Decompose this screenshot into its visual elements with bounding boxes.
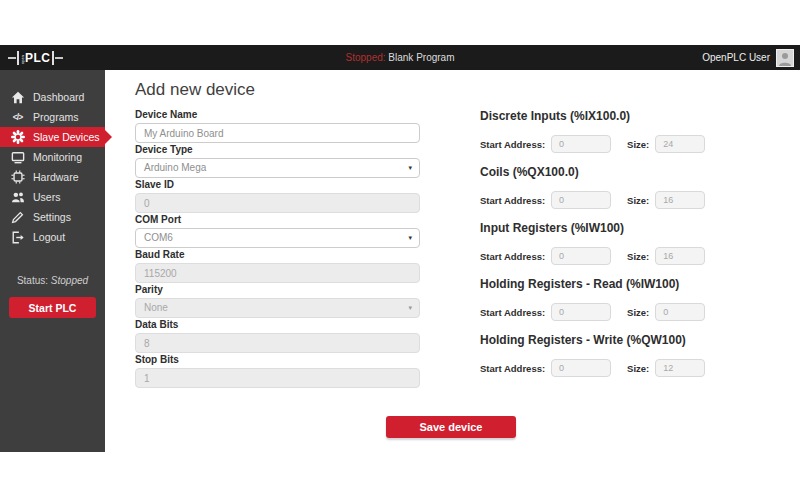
logo-plc-text: PLC xyxy=(25,51,51,65)
io-row: Start Address: Size: xyxy=(480,134,710,154)
field-device-type: Device Type Arduino Mega ▾ xyxy=(135,145,420,178)
io-section-input-registers: Input Registers (%IW100) Start Address: … xyxy=(480,222,710,266)
io-section-title: Holding Registers - Write (%QW100) xyxy=(480,334,710,347)
plc-status-program: Blank Program xyxy=(388,52,454,63)
size-label: Size: xyxy=(627,139,649,150)
coils-start-input xyxy=(551,191,611,209)
gear-icon xyxy=(10,130,25,145)
chip-icon xyxy=(10,170,25,185)
sidebar-item-settings[interactable]: Settings xyxy=(0,207,105,227)
sidebar-item-label: Hardware xyxy=(33,171,79,183)
input-registers-size-input xyxy=(655,247,705,265)
data-bits-input xyxy=(135,333,420,353)
start-address-label: Start Address: xyxy=(480,195,545,206)
discrete-inputs-size-input xyxy=(655,135,705,153)
sidebar-item-programs[interactable]: </> Programs xyxy=(0,107,105,127)
holding-write-size-input xyxy=(655,359,705,377)
user-menu[interactable]: OpenPLC User xyxy=(702,49,794,67)
io-config: Discrete Inputs (%IX100.0) Start Address… xyxy=(480,110,710,390)
user-avatar[interactable] xyxy=(776,49,794,67)
person-icon xyxy=(777,51,793,66)
sidebar-item-monitoring[interactable]: Monitoring xyxy=(0,147,105,167)
stop-bits-label: Stop Bits xyxy=(135,355,420,365)
plc-status-banner: Stopped: Blank Program xyxy=(0,52,800,63)
holding-read-size-input xyxy=(655,303,705,321)
sidebar-nav: Dashboard </> Programs xyxy=(0,70,105,452)
holding-read-start-input xyxy=(551,303,611,321)
page-title: Add new device xyxy=(135,80,255,100)
start-address-label: Start Address: xyxy=(480,307,545,318)
users-icon xyxy=(10,190,25,205)
parity-label: Parity xyxy=(135,285,420,295)
sidebar-item-label: Dashboard xyxy=(33,91,84,103)
device-name-label: Device Name xyxy=(135,110,420,120)
device-form: Device Name Device Type Arduino Mega ▾ S… xyxy=(135,110,420,390)
sidebar-item-hardware[interactable]: Hardware xyxy=(0,167,105,187)
stop-bits-input xyxy=(135,368,420,388)
size-label: Size: xyxy=(627,195,649,206)
io-section-title: Input Registers (%IW100) xyxy=(480,222,710,235)
sidebar-item-label: Monitoring xyxy=(33,151,82,163)
size-label: Size: xyxy=(627,363,649,374)
chevron-down-icon: ▾ xyxy=(408,303,412,313)
io-section-discrete-inputs: Discrete Inputs (%IX100.0) Start Address… xyxy=(480,110,710,154)
io-section-holding-write: Holding Registers - Write (%QW100) Start… xyxy=(480,334,710,378)
holding-write-start-input xyxy=(551,359,611,377)
status-value: Stopped xyxy=(51,275,88,286)
sidebar-item-label: Slave Devices xyxy=(33,131,100,143)
sidebar-item-label: Settings xyxy=(33,211,71,223)
field-baud-rate: Baud Rate xyxy=(135,250,420,283)
start-address-label: Start Address: xyxy=(480,363,545,374)
sidebar-item-logout[interactable]: Logout xyxy=(0,227,105,247)
logout-icon xyxy=(10,230,25,245)
logo-bar-left xyxy=(17,51,19,65)
size-label: Size: xyxy=(627,251,649,262)
pencil-icon xyxy=(10,210,25,225)
field-stop-bits: Stop Bits xyxy=(135,355,420,388)
sidebar-item-label: Users xyxy=(33,191,60,203)
coils-size-input xyxy=(655,191,705,209)
logo-open-text: open xyxy=(20,51,25,64)
field-com-port: COM Port COM6 ▾ xyxy=(135,215,420,248)
io-section-holding-read: Holding Registers - Read (%IW100) Start … xyxy=(480,278,710,322)
start-address-label: Start Address: xyxy=(480,139,545,150)
logo-bar-right xyxy=(52,51,54,65)
parity-value: None xyxy=(144,302,168,313)
device-name-input[interactable] xyxy=(135,123,420,143)
input-registers-start-input xyxy=(551,247,611,265)
slave-id-input xyxy=(135,193,420,213)
com-port-select[interactable]: COM6 ▾ xyxy=(135,228,420,248)
chevron-down-icon: ▾ xyxy=(408,163,412,173)
io-section-title: Coils (%QX100.0) xyxy=(480,166,710,179)
sidebar-item-slave-devices[interactable]: Slave Devices xyxy=(0,127,105,147)
baud-rate-label: Baud Rate xyxy=(135,250,420,260)
logo-dash-left xyxy=(8,57,16,59)
io-row: Start Address: Size: xyxy=(480,302,710,322)
status-label: Status: xyxy=(17,275,48,286)
baud-rate-input xyxy=(135,263,420,283)
io-section-title: Holding Registers - Read (%IW100) xyxy=(480,278,710,291)
sidebar-item-users[interactable]: Users xyxy=(0,187,105,207)
top-bar: open PLC Stopped: Blank Program OpenPLC … xyxy=(0,45,800,70)
start-plc-button[interactable]: Start PLC xyxy=(9,297,96,318)
home-icon xyxy=(10,90,25,105)
com-port-value: COM6 xyxy=(144,232,173,243)
slave-id-label: Slave ID xyxy=(135,180,420,190)
monitor-icon xyxy=(10,150,25,165)
com-port-label: COM Port xyxy=(135,215,420,225)
field-device-name: Device Name xyxy=(135,110,420,143)
sidebar-item-dashboard[interactable]: Dashboard xyxy=(0,87,105,107)
data-bits-label: Data Bits xyxy=(135,320,420,330)
parity-select: None ▾ xyxy=(135,298,420,318)
field-parity: Parity None ▾ xyxy=(135,285,420,318)
code-icon: </> xyxy=(10,110,25,125)
field-slave-id: Slave ID xyxy=(135,180,420,213)
device-type-select[interactable]: Arduino Mega ▾ xyxy=(135,158,420,178)
user-name: OpenPLC User xyxy=(702,52,770,63)
io-section-coils: Coils (%QX100.0) Start Address: Size: xyxy=(480,166,710,210)
sidebar-item-label: Logout xyxy=(33,231,65,243)
sidebar-item-label: Programs xyxy=(33,111,79,123)
save-device-button[interactable]: Save device xyxy=(386,416,516,438)
start-address-label: Start Address: xyxy=(480,251,545,262)
logo-dash-right xyxy=(55,57,63,59)
